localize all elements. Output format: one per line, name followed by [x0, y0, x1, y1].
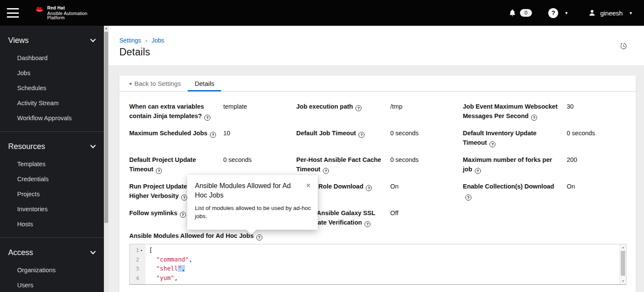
scroll-up-icon[interactable]: ▲	[620, 246, 626, 249]
field-label: Per-Host Ansible Fact Cache Timeout?	[296, 155, 390, 174]
nav-group-label: Access	[8, 248, 33, 257]
field-help-icon[interactable]: ?	[181, 195, 187, 201]
chevron-down-icon	[90, 251, 96, 255]
field-help-icon[interactable]: ?	[256, 234, 262, 240]
field-value: /tmp	[390, 102, 463, 121]
field-value: template	[223, 102, 296, 121]
field-help-icon[interactable]: ?	[489, 141, 495, 147]
nav-group-views: Views Dashboard Jobs Schedules Activity …	[0, 26, 109, 131]
field-label	[463, 208, 567, 227]
help-menu-caret-icon[interactable]: ▾	[565, 10, 568, 16]
field-help-icon[interactable]: ?	[358, 132, 365, 138]
help-icon[interactable]: ?	[548, 8, 558, 18]
nav-group-resources-header[interactable]: Resources	[8, 142, 96, 151]
nav-group-access: Access Organizations Users Teams	[0, 237, 109, 292]
popover-title: Ansible Modules Allowed for Ad Hoc Jobs	[195, 181, 295, 200]
notification-count-badge[interactable]: 0	[520, 9, 532, 17]
field-help-icon[interactable]: ?	[531, 115, 537, 121]
sidebar-item-dashboard[interactable]: Dashboard	[8, 50, 96, 65]
field-value: 200	[567, 155, 627, 174]
nav-group-resources: Resources Templates Credentials Projects…	[0, 131, 109, 237]
field-help-icon[interactable]: ?	[475, 168, 481, 174]
main-content: Settings › Jobs Details ◂ Back to Settin…	[109, 26, 644, 292]
field-help-icon[interactable]: ?	[204, 115, 210, 121]
field-help-icon[interactable]: ?	[465, 195, 471, 201]
page-header: Settings › Jobs Details	[109, 26, 644, 65]
breadcrumb-divider-icon: ›	[146, 37, 147, 44]
code-scrollbar[interactable]: ▲ ▼	[620, 244, 626, 284]
field-help-icon[interactable]: ?	[210, 132, 216, 138]
user-menu-caret-icon[interactable]: ▾	[629, 10, 632, 16]
field-value	[567, 208, 627, 227]
scrollbar-thumb[interactable]	[104, 32, 108, 223]
sidebar-item-templates[interactable]: Templates	[8, 156, 96, 171]
sidebar-item-inventories[interactable]: Inventories	[8, 201, 96, 216]
field-label: When can extra variables contain Jinja t…	[129, 102, 223, 121]
field-value: 10	[223, 128, 296, 147]
masthead-tools: 0 ? ▾ gineesh ▾	[508, 8, 632, 18]
history-icon[interactable]	[620, 42, 628, 50]
field-value: 0 seconds	[567, 128, 627, 147]
bell-icon[interactable]	[508, 9, 516, 17]
breadcrumb-jobs-link[interactable]: Jobs	[152, 37, 164, 44]
code-content[interactable]: [ "command", "shell", "yum", "apt",	[146, 244, 620, 284]
scroll-up-icon[interactable]: ▲	[104, 27, 109, 30]
code-line: "shell",	[149, 264, 620, 274]
field-help-icon[interactable]: ?	[180, 212, 186, 218]
brand-logo[interactable]: Red Hat Ansible Automation Platform	[34, 6, 88, 20]
field-help-icon[interactable]: ?	[366, 185, 372, 191]
adhoc-modules-code-editor[interactable]: 1▾ 2 3 4 5 [ "command", "shell", "yum", …	[129, 244, 626, 285]
caret-left-icon: ◂	[129, 80, 131, 86]
help-popover: Ansible Modules Allowed for Ad Hoc Jobs …	[187, 175, 318, 230]
sidebar-item-users[interactable]: Users	[8, 277, 96, 292]
sidebar-item-organizations[interactable]: Organizations	[8, 262, 96, 277]
field-label: Maximum number of forks per job?	[463, 155, 567, 174]
code-gutter: 1▾ 2 3 4 5	[130, 244, 146, 284]
tabs: ◂ Back to Settings Details	[119, 76, 636, 91]
user-menu[interactable]: gineesh ▾	[588, 9, 632, 17]
breadcrumb-settings-link[interactable]: Settings	[119, 37, 141, 44]
code-line: "apt",	[149, 283, 620, 285]
code-line: "command",	[149, 255, 620, 265]
field-value: Off	[390, 208, 463, 227]
nav-group-label: Resources	[8, 142, 45, 151]
tab-back-to-settings[interactable]: ◂ Back to Settings	[122, 76, 188, 91]
field-value: 0 seconds	[223, 155, 296, 174]
field-help-icon[interactable]: ?	[156, 168, 162, 174]
scrollbar-thumb[interactable]	[621, 251, 625, 276]
sidebar-item-hosts[interactable]: Hosts	[8, 216, 96, 231]
sidebar-item-activity-stream[interactable]: Activity Stream	[8, 95, 96, 110]
field-help-icon[interactable]: ?	[355, 105, 361, 111]
sidebar: Views Dashboard Jobs Schedules Activity …	[0, 26, 109, 292]
scroll-down-icon[interactable]: ▼	[620, 280, 626, 283]
field-help-icon[interactable]: ?	[365, 221, 371, 227]
sidebar-item-schedules[interactable]: Schedules	[8, 80, 96, 95]
nav-group-label: Views	[8, 36, 29, 45]
sidebar-item-projects[interactable]: Projects	[8, 186, 96, 201]
code-line: "yum",	[149, 274, 620, 283]
app-root: Red Hat Ansible Automation Platform 0 ? …	[0, 0, 644, 292]
nav-group-access-header[interactable]: Access	[8, 248, 96, 257]
field-label: Default Project Update Timeout?	[129, 155, 223, 174]
user-name: gineesh	[600, 9, 623, 17]
sidebar-item-workflow-approvals[interactable]: Workflow Approvals	[8, 110, 96, 125]
field-help-icon[interactable]: ?	[323, 168, 329, 174]
field-value: On	[567, 182, 627, 201]
close-icon[interactable]: ✕	[304, 181, 313, 200]
field-value: 0 seconds	[390, 155, 463, 174]
sidebar-scrollbar[interactable]: ▲	[104, 26, 109, 292]
code-fold-icon[interactable]: ▾	[139, 248, 144, 252]
nav-toggle-icon[interactable]	[7, 8, 19, 18]
field-label: Default Job Timeout?	[296, 128, 390, 147]
field-label: Default Inventory Update Timeout?	[463, 128, 567, 147]
page-title: Details	[119, 46, 644, 58]
field-label: Enable Collection(s) Download?	[463, 182, 567, 201]
field-value: 0 seconds	[390, 128, 463, 147]
sidebar-item-credentials[interactable]: Credentials	[8, 171, 96, 186]
tab-details[interactable]: Details	[188, 76, 221, 91]
field-label: Job Event Maximum Websocket Messages Per…	[463, 102, 567, 121]
nav-group-views-header[interactable]: Views	[8, 36, 96, 45]
sidebar-item-jobs[interactable]: Jobs	[8, 65, 96, 80]
code-line: [	[149, 246, 620, 255]
field-value: On	[390, 182, 463, 201]
